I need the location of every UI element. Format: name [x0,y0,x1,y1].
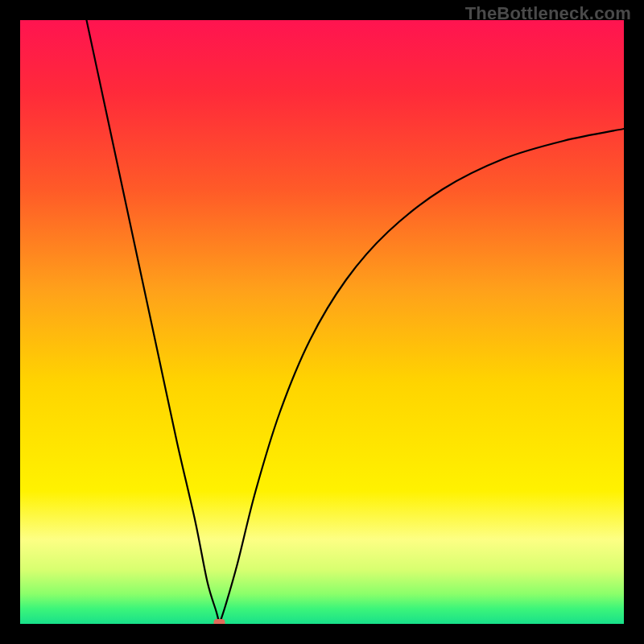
min-marker [214,619,225,624]
plot-area [20,20,624,624]
chart-frame: TheBottleneck.com [0,0,644,644]
chart-svg [20,20,624,624]
gradient-background [20,20,624,624]
